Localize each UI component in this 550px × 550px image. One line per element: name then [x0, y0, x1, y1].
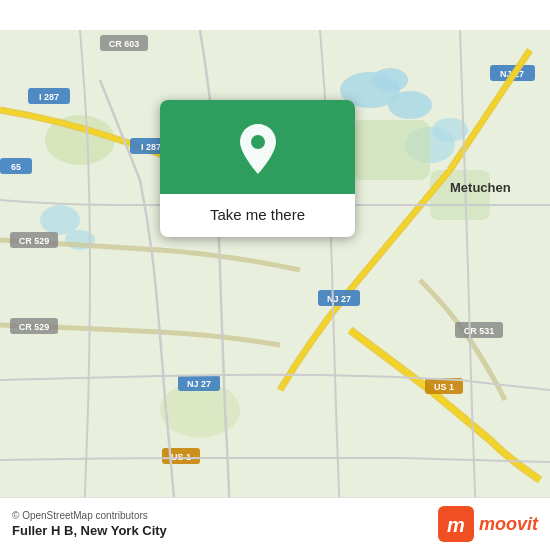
svg-text:NJ 27: NJ 27 [187, 379, 211, 389]
moovit-icon: m [438, 506, 474, 542]
svg-text:CR 531: CR 531 [464, 326, 495, 336]
map-background: I 287 65 I 287 NJ 27 NJ 27 NJ 27 US 1 US… [0, 0, 550, 550]
svg-text:NJ 27: NJ 27 [327, 294, 351, 304]
svg-rect-8 [350, 120, 430, 180]
bottom-bar: © OpenStreetMap contributors Fuller H B,… [0, 497, 550, 550]
location-card: Take me there [160, 100, 355, 237]
location-name: Fuller H B, New York City [12, 523, 167, 538]
card-top-green [160, 100, 355, 194]
svg-text:CR 529: CR 529 [19, 322, 50, 332]
take-me-there-button[interactable]: Take me there [210, 206, 305, 223]
svg-text:m: m [447, 514, 465, 536]
map-container: I 287 65 I 287 NJ 27 NJ 27 NJ 27 US 1 US… [0, 0, 550, 550]
pin-icon [236, 122, 280, 176]
svg-text:Metuchen: Metuchen [450, 180, 511, 195]
bottom-left: © OpenStreetMap contributors Fuller H B,… [12, 510, 167, 538]
svg-text:US 1: US 1 [434, 382, 454, 392]
svg-point-3 [372, 68, 408, 92]
svg-text:I 287: I 287 [39, 92, 59, 102]
svg-text:I 287: I 287 [141, 142, 161, 152]
osm-credit: © OpenStreetMap contributors [12, 510, 167, 521]
card-bottom: Take me there [160, 194, 355, 237]
svg-text:US 1: US 1 [171, 452, 191, 462]
svg-text:65: 65 [11, 162, 21, 172]
svg-point-2 [388, 91, 432, 119]
svg-rect-9 [430, 170, 490, 220]
svg-text:CR 603: CR 603 [109, 39, 140, 49]
svg-text:CR 529: CR 529 [19, 236, 50, 246]
moovit-text: moovit [479, 514, 538, 535]
moovit-logo[interactable]: m moovit [438, 506, 538, 542]
svg-point-6 [40, 205, 80, 235]
svg-point-37 [251, 135, 265, 149]
